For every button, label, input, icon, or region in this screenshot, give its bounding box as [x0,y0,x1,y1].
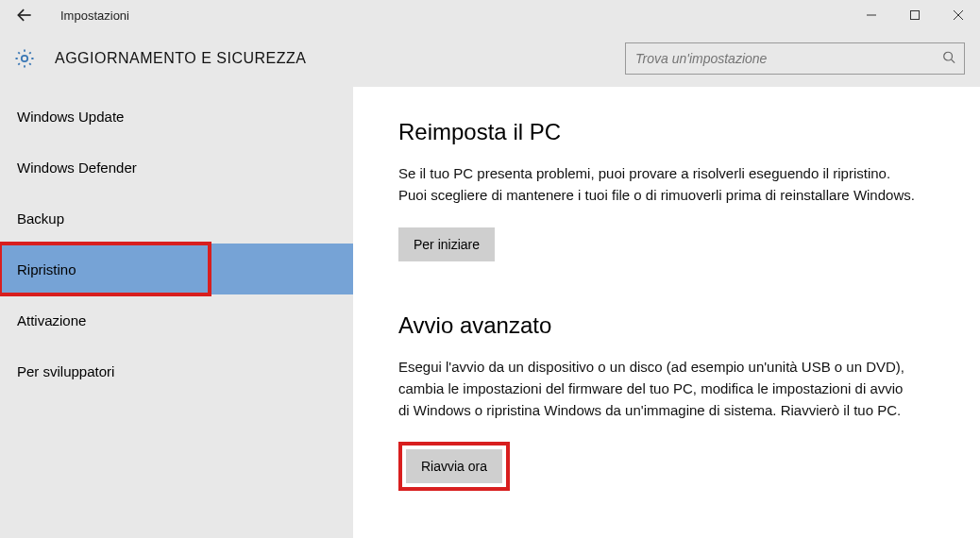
sidebar-item-label: Backup [17,210,64,227]
section-reset: Reimposta il PC Se il tuo PC presenta pr… [398,119,935,261]
page-heading: AGGIORNAMENTO E SICUREZZA [55,50,306,67]
svg-point-5 [22,56,27,61]
back-button[interactable] [8,0,42,30]
sidebar: Windows Update Windows Defender Backup R… [0,87,353,538]
minimize-button[interactable] [850,0,893,30]
search-input[interactable] [625,42,965,75]
svg-rect-2 [911,11,920,20]
search-wrap [625,42,965,75]
advanced-title: Avvio avanzato [398,312,935,339]
titlebar: Impostazioni [0,0,980,30]
reset-title: Reimposta il PC [398,119,935,145]
sidebar-item-label: Windows Defender [17,160,137,176]
sidebar-item-ripristino[interactable]: Ripristino [0,244,210,294]
sidebar-item-attivazione[interactable]: Attivazione [0,294,353,345]
svg-point-6 [944,52,953,60]
reset-desc: Se il tuo PC presenta problemi, puoi pro… [398,162,918,207]
restart-button-highlight: Riavvia ora [398,442,510,491]
reset-start-button[interactable]: Per iniziare [398,227,495,261]
search-icon [942,51,955,67]
maximize-button[interactable] [893,0,937,30]
sidebar-item-windows-update[interactable]: Windows Update [0,91,353,142]
main: Windows Update Windows Defender Backup R… [0,87,980,538]
sidebar-item-label: Ripristino [17,261,76,277]
svg-line-7 [952,59,955,63]
window-title: Impostazioni [60,8,129,23]
header: AGGIORNAMENTO E SICUREZZA [0,30,980,87]
close-button[interactable] [937,0,980,30]
content: Reimposta il PC Se il tuo PC presenta pr… [353,87,980,538]
sidebar-item-per-sviluppatori[interactable]: Per sviluppatori [0,345,353,396]
gear-icon [11,45,38,72]
sidebar-item-backup[interactable]: Backup [0,193,353,244]
section-advanced-startup: Avvio avanzato Esegui l'avvio da un disp… [398,312,935,492]
sidebar-item-label: Windows Update [17,109,124,125]
sidebar-item-windows-defender[interactable]: Windows Defender [0,142,353,193]
sidebar-item-label: Attivazione [17,312,86,328]
restart-now-button[interactable]: Riavvia ora [406,449,502,483]
advanced-desc: Esegui l'avvio da un dispositivo o un di… [398,356,918,422]
window-controls [850,0,980,30]
sidebar-item-label: Per sviluppatori [17,363,114,379]
